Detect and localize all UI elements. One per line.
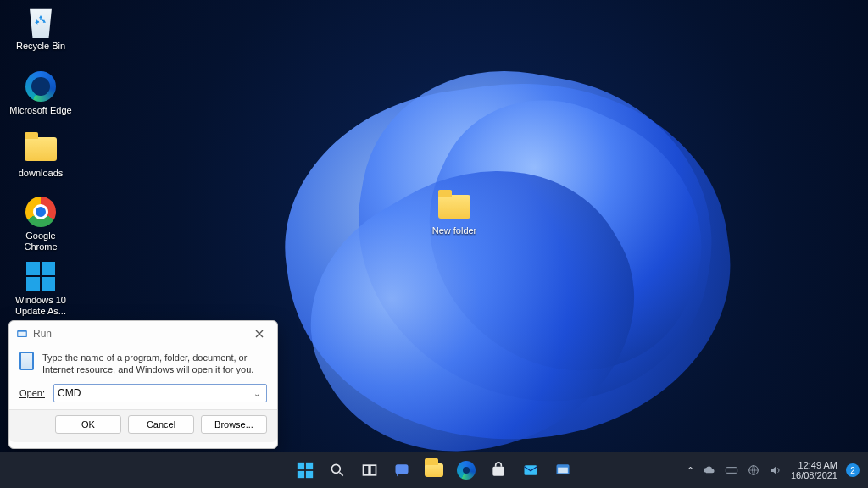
desktop-icon-edge[interactable]: Microsoft Edge	[8, 69, 73, 116]
settings-taskbar-button[interactable]	[549, 457, 576, 484]
search-button[interactable]	[324, 457, 351, 484]
svg-rect-8	[370, 465, 376, 475]
explorer-button[interactable]	[420, 457, 448, 484]
chrome-icon	[24, 195, 58, 229]
clock-date: 16/08/2021	[791, 470, 837, 480]
task-view-button[interactable]	[356, 457, 383, 484]
store-icon	[490, 462, 507, 479]
svg-rect-7	[364, 465, 370, 475]
browse-button[interactable]: Browse...	[201, 415, 267, 434]
desktop-icon-new-folder[interactable]: New folder	[422, 190, 487, 236]
run-titlebar[interactable]: Run	[9, 321, 277, 347]
folder-icon	[425, 463, 443, 477]
cancel-button[interactable]: Cancel	[128, 415, 194, 434]
network-icon[interactable]	[747, 463, 760, 477]
chevron-down-icon[interactable]: ⌄	[251, 389, 263, 398]
window-icon	[554, 462, 571, 479]
tray-chevron-up-icon[interactable]: ⌃	[687, 465, 694, 476]
desktop-icon-win10-update[interactable]: Windows 10 Update As...	[8, 259, 73, 317]
svg-rect-1	[18, 332, 25, 336]
folder-icon	[437, 190, 471, 224]
open-combobox[interactable]: ⌄	[53, 384, 267, 402]
desktop-icon-chrome[interactable]: Google Chrome	[8, 195, 73, 252]
onedrive-icon[interactable]	[703, 463, 716, 477]
svg-rect-10	[492, 467, 504, 476]
chat-button[interactable]	[388, 457, 415, 484]
clock-time: 12:49 AM	[791, 460, 837, 470]
desktop-icon-label: New folder	[422, 225, 487, 236]
folder-icon	[24, 132, 58, 166]
edge-icon	[457, 461, 476, 480]
svg-rect-5	[306, 471, 313, 478]
close-icon	[255, 330, 264, 338]
svg-point-6	[331, 464, 340, 473]
mail-button[interactable]	[517, 457, 544, 484]
task-view-icon	[361, 462, 378, 479]
start-icon	[296, 461, 314, 480]
svg-rect-2	[298, 463, 304, 469]
mail-icon	[522, 462, 539, 479]
open-label: Open:	[19, 388, 45, 398]
svg-rect-3	[306, 463, 313, 469]
keyboard-icon[interactable]	[725, 463, 738, 477]
svg-rect-13	[558, 468, 568, 474]
start-button[interactable]	[292, 457, 319, 484]
desktop-icon-label: Recycle Bin	[8, 41, 73, 52]
search-icon	[329, 462, 346, 479]
notification-badge[interactable]: 2	[846, 463, 860, 477]
svg-rect-4	[298, 471, 304, 478]
close-button[interactable]	[247, 324, 272, 343]
ok-button[interactable]: OK	[55, 415, 121, 434]
taskbar: ⌃ 12:49 AM 16/08/2021 2	[0, 452, 868, 488]
run-description: Type the name of a program, folder, docu…	[42, 352, 267, 375]
taskbar-tray: ⌃ 12:49 AM 16/08/2021 2	[687, 460, 868, 480]
store-button[interactable]	[485, 457, 512, 484]
run-titlebar-icon	[16, 328, 28, 340]
run-title-text: Run	[33, 328, 52, 340]
desktop-icon-downloads[interactable]: downloads	[8, 132, 73, 179]
edge-taskbar-button[interactable]	[453, 457, 480, 484]
desktop-icon-label: downloads	[8, 168, 73, 179]
edge-icon	[24, 69, 58, 103]
chat-icon	[393, 462, 410, 479]
desktop-icon-label: Windows 10 Update As...	[8, 295, 73, 317]
taskbar-clock[interactable]: 12:49 AM 16/08/2021	[791, 460, 837, 480]
recycle-bin-icon	[24, 5, 58, 39]
svg-rect-11	[525, 465, 537, 475]
desktop-icon-label: Microsoft Edge	[8, 105, 73, 116]
svg-rect-9	[396, 464, 409, 474]
run-dialog: Run Type the name of a program, folder, …	[8, 320, 278, 449]
desktop-icon-recycle-bin[interactable]: Recycle Bin	[8, 5, 73, 52]
volume-icon[interactable]	[769, 463, 782, 477]
windows-update-icon	[24, 259, 58, 293]
desktop-icon-label: Google Chrome	[8, 230, 73, 252]
run-dialog-icon	[19, 352, 34, 370]
svg-rect-14	[726, 468, 737, 474]
open-input[interactable]	[58, 387, 251, 399]
taskbar-center	[292, 457, 576, 484]
